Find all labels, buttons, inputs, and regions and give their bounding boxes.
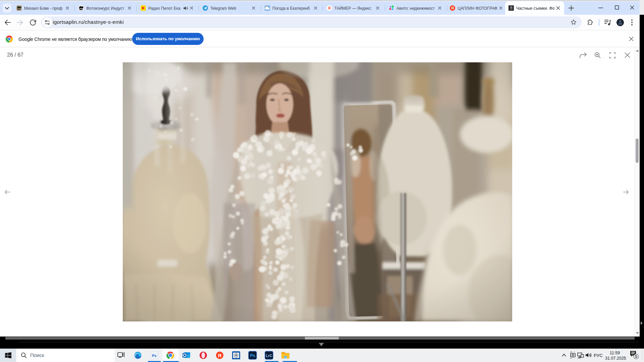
svg-text:5: 5 (635, 354, 637, 359)
svg-text:LrC: LrC (266, 354, 272, 358)
svg-text:Я: Я (451, 6, 454, 10)
svg-text:Я: Я (218, 353, 222, 358)
svg-text:Я: Я (328, 6, 331, 10)
svg-text:Ps: Ps (152, 354, 156, 358)
svg-text:Ps: Ps (250, 353, 255, 358)
